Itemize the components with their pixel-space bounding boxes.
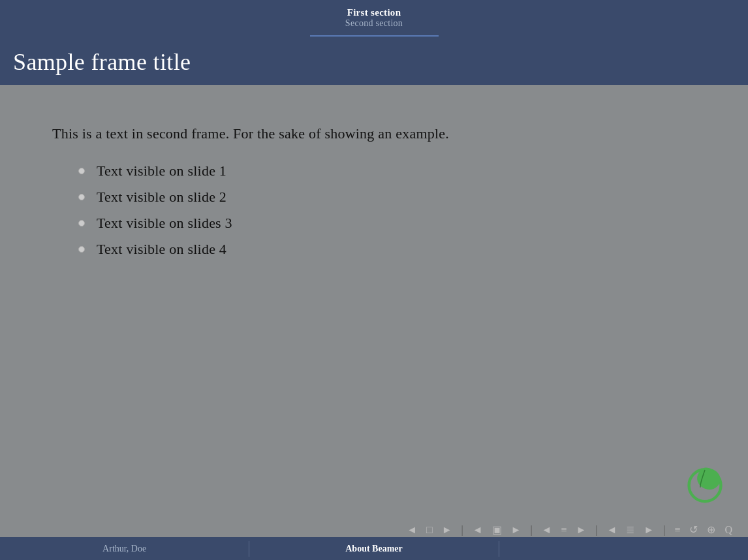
bullet-list: Text visible on slide 1 Text visible on …	[52, 163, 696, 258]
list-item: Text visible on slides 3	[78, 215, 696, 232]
subsection-lines-icon[interactable]: ≡	[558, 523, 569, 537]
frame-box-icon[interactable]: □	[424, 523, 435, 537]
slide-lines-icon[interactable]: ≣	[623, 522, 637, 537]
nav-first-section[interactable]: First section	[347, 7, 401, 18]
next-frame-icon[interactable]: ►	[439, 523, 455, 537]
content-paragraph: This is a text in second frame. For the …	[52, 124, 696, 144]
footer-author: Arthur, Doe	[0, 544, 249, 554]
menu-icon[interactable]: ≡	[672, 523, 683, 537]
list-item-text-2: Text visible on slide 2	[97, 189, 226, 206]
separator-1: |	[459, 523, 466, 537]
footer-about[interactable]: About Beamer	[249, 544, 498, 554]
footer-divider-2	[499, 541, 499, 557]
about-label: About Beamer	[345, 544, 403, 554]
list-item: Text visible on slide 2	[78, 189, 696, 206]
section-box-icon[interactable]: ▣	[490, 522, 505, 537]
list-item: Text visible on slide 1	[78, 163, 696, 179]
nav-spacer-left	[0, 0, 310, 37]
prev-frame-icon[interactable]: ◄	[404, 523, 420, 537]
frame-title-bar: Sample frame title	[0, 37, 748, 85]
nav-second-section[interactable]: Second section	[345, 18, 403, 29]
list-item-text-4: Text visible on slide 4	[97, 241, 226, 258]
separator-3: |	[593, 523, 600, 537]
next-slide-icon[interactable]: ►	[641, 523, 657, 537]
bullet-dot-1	[78, 168, 85, 174]
list-item-text-3: Text visible on slides 3	[97, 215, 232, 232]
prev-slide-icon[interactable]: ◄	[604, 523, 620, 537]
footer-bar: Arthur, Doe About Beamer	[0, 537, 748, 560]
nav-sections: First section Second section	[310, 0, 439, 37]
search-icon[interactable]: Q	[722, 523, 735, 537]
separator-2: |	[527, 523, 535, 537]
nav-spacer-right	[439, 0, 749, 37]
next-subsection-icon[interactable]: ►	[573, 523, 589, 537]
logo-area	[681, 458, 728, 508]
list-item: Text visible on slide 4	[78, 241, 696, 258]
next-section-icon[interactable]: ►	[508, 523, 524, 537]
content-area: This is a text in second frame. For the …	[0, 85, 748, 463]
bullet-dot-2	[78, 194, 85, 200]
prev-section-icon[interactable]: ◄	[470, 523, 486, 537]
nav-controls-bar: ◄ □ ► | ◄ ▣ ► | ◄ ≡ ► | ◄ ≣ ► | ≡ ↺ ⊕ Q	[0, 522, 748, 537]
refresh-icon[interactable]: ↺	[687, 522, 700, 537]
bullet-dot-4	[78, 246, 85, 253]
zoom-icon[interactable]: ⊕	[704, 522, 718, 537]
frame-title: Sample frame title	[13, 49, 191, 75]
nav-bar: First section Second section	[0, 0, 748, 37]
separator-4: |	[661, 523, 668, 537]
overleaf-logo-icon	[681, 458, 728, 505]
prev-subsection-icon[interactable]: ◄	[539, 523, 555, 537]
author-label: Arthur, Doe	[102, 544, 146, 554]
bullet-dot-3	[78, 220, 85, 226]
list-item-text-1: Text visible on slide 1	[97, 163, 226, 179]
